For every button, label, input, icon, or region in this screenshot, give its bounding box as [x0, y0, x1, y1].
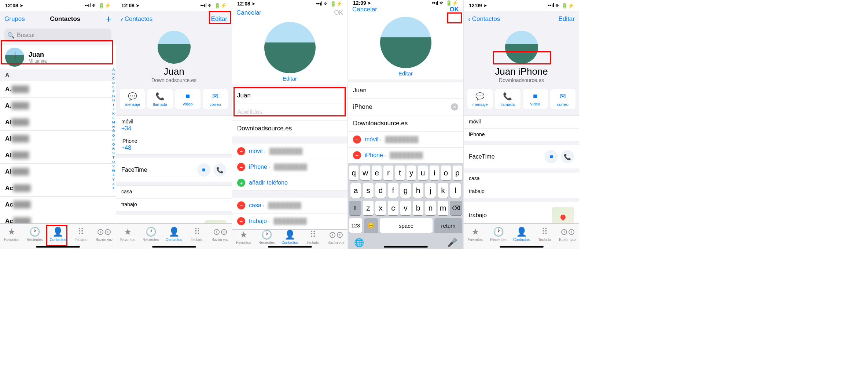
edit-row[interactable]: −iPhone ›████████: [232, 159, 347, 175]
lastname-field[interactable]: ✕: [348, 99, 463, 115]
address-row[interactable]: trabajo: [464, 202, 579, 223]
field-type[interactable]: móvil ›: [249, 148, 266, 155]
field-type[interactable]: casa ›: [249, 202, 264, 209]
alphabet-index[interactable]: ABCDEFGHIJKLMNÑOPQRSTUVWXYZ#: [112, 67, 115, 190]
shift-key[interactable]: ⇧: [349, 201, 361, 215]
tab-contacts[interactable]: 👤Contactos: [162, 224, 185, 245]
home-indicator[interactable]: [36, 246, 80, 248]
ok-button[interactable]: OK: [334, 9, 343, 16]
space-key[interactable]: space: [380, 218, 433, 233]
key-t[interactable]: t: [395, 166, 405, 180]
call-button[interactable]: 📞llamada: [495, 89, 520, 109]
video-button[interactable]: ■vídeo: [175, 89, 201, 109]
edit-row[interactable]: −móvil ›████████: [232, 144, 347, 159]
firstname-field[interactable]: [232, 88, 347, 104]
address-row[interactable]: trabajo: [116, 215, 232, 223]
tab-favorites[interactable]: ★Favoritos: [116, 224, 139, 245]
contact-row[interactable]: A.████: [0, 81, 116, 98]
key-p[interactable]: p: [453, 166, 462, 180]
firstname-field[interactable]: [348, 82, 463, 99]
facetime-video-button[interactable]: ■: [545, 150, 558, 163]
minus-icon[interactable]: −: [353, 135, 361, 144]
email-work-row[interactable]: trabajo: [464, 185, 579, 198]
edit-photo-button[interactable]: Editar: [398, 70, 413, 77]
home-indicator[interactable]: [500, 246, 544, 248]
mic-icon[interactable]: 🎤: [447, 238, 457, 248]
edit-photo-button[interactable]: Editar: [283, 75, 297, 82]
company-field[interactable]: [348, 115, 463, 132]
key-d[interactable]: d: [375, 183, 386, 198]
video-button[interactable]: ■vídeo: [523, 89, 548, 109]
contact-row[interactable]: Al████: [0, 131, 116, 147]
tab-keypad[interactable]: ⠿Teclado: [70, 224, 93, 245]
backspace-key[interactable]: ⌫: [450, 201, 462, 215]
field-type[interactable]: móvil ›: [365, 136, 382, 143]
key-c[interactable]: c: [388, 201, 398, 215]
tab-keypad[interactable]: ⠿Teclado: [185, 224, 209, 245]
key-f[interactable]: f: [388, 183, 398, 198]
field-type[interactable]: iPhone ›: [365, 152, 386, 159]
contact-row[interactable]: Ac████: [0, 213, 116, 223]
home-indicator[interactable]: [268, 246, 312, 248]
facetime-video-button[interactable]: ■: [197, 163, 210, 177]
plus-icon[interactable]: +: [237, 179, 245, 187]
key-g[interactable]: g: [400, 183, 411, 198]
cancel-button[interactable]: Cancelar: [352, 6, 377, 13]
globe-icon[interactable]: 🌐: [354, 238, 364, 248]
contact-row[interactable]: Ac████: [0, 197, 116, 213]
key-b[interactable]: b: [413, 201, 423, 215]
facetime-row[interactable]: FaceTime ■ 📞: [464, 145, 579, 168]
key-j[interactable]: j: [425, 183, 436, 198]
avatar[interactable]: [264, 22, 316, 73]
numbers-key[interactable]: 123: [349, 218, 362, 233]
tab-recents[interactable]: 🕐Recientes: [23, 224, 46, 245]
key-q[interactable]: q: [349, 166, 358, 180]
key-v[interactable]: v: [400, 201, 411, 215]
minus-icon[interactable]: −: [237, 147, 245, 155]
phone-mobile-row[interactable]: móvil: [464, 116, 579, 129]
key-h[interactable]: h: [413, 183, 423, 198]
detail-body[interactable]: móvil +34 iPhone +48 FaceTime ■ 📞 casa t…: [116, 112, 232, 223]
home-indicator[interactable]: [384, 246, 428, 248]
facetime-audio-button[interactable]: 📞: [561, 150, 574, 163]
edit-row[interactable]: −móvil ›████████: [348, 132, 463, 148]
minus-icon[interactable]: −: [237, 163, 245, 171]
key-y[interactable]: y: [407, 166, 416, 180]
minus-icon[interactable]: −: [237, 217, 245, 225]
contact-row[interactable]: Ac████: [0, 180, 116, 197]
contacts-list[interactable]: Juan Mi tarjeta A A.████A.████Al████Al██…: [0, 45, 116, 223]
company-field[interactable]: [232, 120, 347, 137]
home-indicator[interactable]: [152, 246, 196, 248]
minus-icon[interactable]: −: [237, 201, 245, 209]
mail-button[interactable]: ✉correo: [203, 89, 228, 109]
back-button[interactable]: ‹Contactos: [468, 15, 500, 23]
phone-mobile-row[interactable]: móvil +34: [116, 116, 232, 135]
key-i[interactable]: i: [430, 166, 439, 180]
detail-body[interactable]: móvil iPhone FaceTime ■ 📞 casa trabajo: [464, 112, 579, 223]
edit-row[interactable]: +añadir teléfono: [232, 175, 347, 191]
key-s[interactable]: s: [363, 183, 374, 198]
field-type[interactable]: trabajo ›: [249, 218, 270, 224]
facetime-audio-button[interactable]: 📞: [213, 163, 227, 177]
edit-row[interactable]: −casa ›████████: [232, 198, 347, 214]
contact-row[interactable]: A.████: [0, 98, 116, 114]
contact-row[interactable]: Al████: [0, 114, 116, 131]
key-a[interactable]: a: [350, 183, 361, 198]
contact-row[interactable]: Al████: [0, 147, 116, 164]
field-type[interactable]: añadir teléfono: [249, 179, 288, 186]
clear-icon[interactable]: ✕: [451, 103, 458, 111]
key-e[interactable]: e: [372, 166, 382, 180]
edit-button[interactable]: Editar: [211, 15, 227, 23]
message-button[interactable]: 💬mensaje: [120, 89, 145, 109]
call-button[interactable]: 📞llamada: [147, 89, 173, 109]
lastname-field[interactable]: [232, 104, 347, 120]
edit-button[interactable]: Editar: [559, 15, 575, 23]
key-l[interactable]: l: [450, 183, 461, 198]
field-type[interactable]: iPhone ›: [249, 164, 270, 170]
email-work-row[interactable]: trabajo: [116, 198, 232, 211]
back-button[interactable]: ‹Contactos: [121, 15, 152, 23]
minus-icon[interactable]: −: [353, 151, 361, 159]
key-n[interactable]: n: [425, 201, 436, 215]
key-z[interactable]: z: [363, 201, 374, 215]
key-o[interactable]: o: [441, 166, 450, 180]
